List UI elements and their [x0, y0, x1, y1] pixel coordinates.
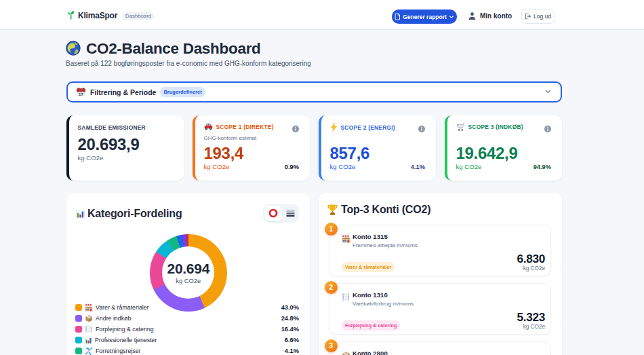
svg-text:17: 17 — [79, 92, 83, 96]
